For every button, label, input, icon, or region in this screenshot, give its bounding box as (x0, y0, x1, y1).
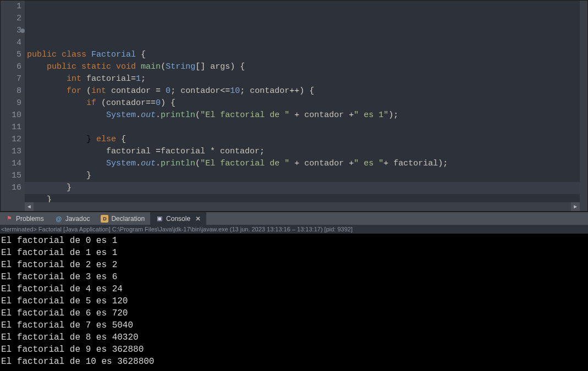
scroll-right-button[interactable]: ► (571, 202, 580, 211)
tab-javadoc[interactable]: @ Javadoc (50, 212, 96, 225)
tab-console[interactable]: ▣ Console ✕ (150, 212, 206, 225)
line-number[interactable]: 8 (1, 85, 21, 97)
line-number-gutter[interactable]: 12345678910111213141516 (1, 1, 25, 203)
line-number[interactable]: 1 (1, 1, 21, 13)
line-number[interactable]: 2 (1, 13, 21, 25)
code-line[interactable]: factorial =factorial * contador; (27, 146, 587, 158)
tab-declaration[interactable]: D Declaration (95, 212, 150, 225)
problems-icon: ⚑ (6, 215, 13, 223)
line-number[interactable]: 5 (1, 49, 21, 61)
code-line[interactable]: public static void main(String[] args) { (27, 61, 587, 73)
line-number[interactable]: 4 (1, 37, 21, 49)
console-run-status: <terminated> Factorial [Java Application… (0, 225, 588, 234)
code-line[interactable]: } (27, 182, 587, 194)
line-number[interactable]: 9 (1, 97, 21, 109)
console-output[interactable]: El factorial de 0 es 1 El factorial de 1… (0, 234, 588, 371)
code-line[interactable]: int factorial=1; (27, 73, 587, 85)
tab-declaration-label: Declaration (111, 215, 145, 223)
code-line[interactable] (27, 121, 587, 134)
close-icon[interactable]: ✕ (195, 215, 201, 223)
code-line[interactable]: } else { (27, 134, 587, 146)
code-line[interactable]: } (27, 170, 587, 182)
line-number[interactable]: 16 (1, 182, 21, 194)
code-line[interactable]: if (contador==0) { (27, 97, 587, 109)
javadoc-icon: @ (55, 215, 63, 223)
editor-panel: 12345678910111213141516 public class Fac… (0, 0, 588, 212)
horizontal-scrollbar[interactable]: ◄ ► (25, 202, 580, 211)
tab-problems[interactable]: ⚑ Problems (0, 212, 50, 225)
tab-problems-label: Problems (16, 215, 44, 223)
line-number[interactable]: 12 (1, 134, 21, 146)
code-line[interactable]: public class Factorial { (27, 49, 587, 61)
line-number[interactable]: 3 (1, 25, 21, 37)
line-number[interactable]: 11 (1, 121, 21, 134)
line-number[interactable]: 7 (1, 73, 21, 85)
code-line[interactable] (27, 37, 587, 49)
code-line[interactable]: for (int contador = 0; contador<=10; con… (27, 85, 587, 97)
line-number[interactable]: 15 (1, 170, 21, 182)
scroll-left-button[interactable]: ◄ (25, 202, 34, 211)
line-number[interactable]: 6 (1, 61, 21, 73)
views-tabbar: ⚑ Problems @ Javadoc D Declaration ▣ Con… (0, 212, 588, 225)
line-number[interactable]: 14 (1, 158, 21, 170)
line-number[interactable]: 10 (1, 109, 21, 121)
code-line[interactable]: } (27, 194, 587, 203)
tab-console-label: Console (166, 215, 190, 223)
tab-javadoc-label: Javadoc (65, 215, 90, 223)
line-number[interactable]: 13 (1, 146, 21, 158)
code-line[interactable]: System.out.println("El factorial de " + … (27, 158, 587, 170)
code-line[interactable]: System.out.println("El factorial de " + … (27, 109, 587, 121)
ide-root: 12345678910111213141516 public class Fac… (0, 0, 588, 371)
console-icon: ▣ (156, 215, 163, 223)
overview-ruler[interactable] (580, 1, 587, 211)
declaration-icon: D (101, 215, 108, 223)
code-area[interactable]: public class Factorial { public static v… (25, 1, 587, 203)
